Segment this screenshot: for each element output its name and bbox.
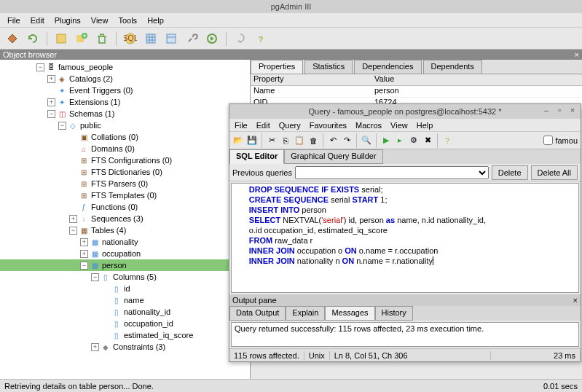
qmenu-edit[interactable]: Edit	[253, 120, 274, 130]
main-statusbar: Retrieving details on table person... Do…	[0, 379, 582, 392]
paste-icon[interactable]: 📋	[294, 135, 305, 146]
execute-pgscript-icon[interactable]: ▸	[394, 135, 406, 146]
query-window: Query - famous_people on postgres@localh…	[229, 103, 581, 362]
trigger-icon	[57, 85, 67, 95]
delete-all-button[interactable]: Delete All	[531, 165, 578, 180]
tab-dependencies[interactable]: Dependencies	[354, 60, 421, 74]
sql-icon[interactable]: SQL	[122, 31, 138, 47]
cancel-icon[interactable]: ✖	[422, 135, 433, 146]
delete-button[interactable]: Delete	[492, 165, 528, 180]
qmenu-macros[interactable]: Macros	[352, 120, 385, 130]
tree-table-occupation[interactable]: +occupation	[0, 248, 250, 259]
new-connection-icon[interactable]	[4, 31, 20, 47]
prev-queries-select[interactable]	[295, 166, 489, 179]
tree-domains[interactable]: Domains (0)	[0, 143, 250, 154]
tree-col-occupation-id[interactable]: occupation_id	[0, 318, 250, 329]
copy-icon[interactable]: ⎘	[280, 135, 291, 146]
tab-sql-editor[interactable]: SQL Editor	[229, 149, 284, 164]
drop-icon[interactable]	[94, 31, 110, 47]
filter-icon[interactable]	[163, 31, 179, 47]
tree-database[interactable]: −famous_people	[0, 61, 250, 73]
tree-schemas[interactable]: −Schemas (1)	[0, 108, 250, 119]
query-titlebar[interactable]: Query - famous_people on postgres@localh…	[229, 104, 581, 119]
query-editor-tabs: SQL Editor Graphical Query Builder	[229, 149, 581, 164]
db-selector[interactable]: famou	[555, 136, 578, 145]
tree-functions[interactable]: Functions (0)	[0, 201, 250, 213]
tree-sequences[interactable]: +Sequences (3)	[0, 213, 250, 224]
table-icon	[90, 237, 100, 247]
help-icon[interactable]: ?	[253, 31, 269, 47]
tree-col-id[interactable]: id	[0, 283, 250, 294]
menu-file[interactable]: File	[3, 15, 25, 26]
app-titlebar: pgAdmin III	[0, 0, 582, 13]
tab-data-output[interactable]: Data Output	[229, 306, 286, 321]
redo-icon[interactable]: ↷	[341, 135, 353, 146]
tree-tables[interactable]: −Tables (4)	[0, 224, 250, 236]
execute-query-icon[interactable]: ▶	[380, 135, 392, 146]
tree-public-schema[interactable]: −public	[0, 119, 250, 131]
tree-table-nationality[interactable]: +nationality	[0, 236, 250, 248]
app-title: pgAdmin III	[271, 2, 312, 11]
qmenu-query[interactable]: Query	[275, 120, 304, 130]
column-icon	[111, 307, 122, 317]
menu-help[interactable]: Help	[143, 15, 168, 26]
tree-constraints[interactable]: +Constraints (3)	[0, 341, 250, 353]
tab-properties[interactable]: Properties	[251, 60, 303, 74]
tree-fts-parsers[interactable]: FTS Parsers (0)	[0, 178, 250, 189]
tree-event-triggers[interactable]: Event Triggers (0)	[0, 85, 250, 96]
help-icon[interactable]: ?	[441, 135, 453, 146]
tab-history[interactable]: History	[375, 306, 413, 321]
close-icon[interactable]: ×	[573, 296, 578, 305]
cut-icon[interactable]: ✂	[266, 135, 278, 146]
column-icon	[111, 318, 122, 329]
menu-plugins[interactable]: Plugins	[50, 15, 85, 26]
close-icon[interactable]: ×	[567, 106, 578, 116]
qmenu-favourites[interactable]: Favourites	[306, 120, 350, 130]
create-icon[interactable]	[74, 31, 90, 47]
properties-icon[interactable]	[53, 31, 69, 47]
view-data-icon[interactable]	[143, 31, 159, 47]
tab-messages[interactable]: Messages	[325, 306, 374, 321]
refresh-icon[interactable]	[25, 31, 41, 47]
prev-queries-label: Previous queries	[232, 168, 292, 177]
save-icon[interactable]: 💾	[246, 135, 258, 146]
tree-catalogs[interactable]: +Catalogs (2)	[0, 73, 250, 85]
tab-dependents[interactable]: Dependents	[423, 60, 482, 74]
tab-graphical-builder[interactable]: Graphical Query Builder	[284, 149, 382, 164]
maintenance-icon[interactable]	[184, 31, 200, 47]
tree-columns[interactable]: −Columns (5)	[0, 271, 250, 283]
tree-col-iq[interactable]: estimated_iq_score	[0, 329, 250, 341]
tree-extensions[interactable]: +Extensions (1)	[0, 96, 250, 108]
tab-explain[interactable]: Explain	[286, 306, 325, 321]
tree-collations[interactable]: Collations (0)	[0, 131, 250, 143]
close-icon[interactable]: ×	[575, 50, 579, 59]
tree-fts-dict[interactable]: FTS Dictionaries (0)	[0, 166, 250, 178]
explain-icon[interactable]: ⚙	[408, 135, 420, 146]
svg-rect-0	[57, 34, 66, 43]
hint-icon[interactable]	[232, 31, 248, 47]
tree-col-name[interactable]: name	[0, 294, 250, 306]
open-icon[interactable]: 📂	[232, 135, 244, 146]
undo-icon[interactable]: ↶	[327, 135, 339, 146]
tree-fts-config[interactable]: FTS Configurations (0)	[0, 154, 250, 166]
tab-statistics[interactable]: Statistics	[304, 60, 353, 74]
tree-col-nationality-id[interactable]: nationality_id	[0, 306, 250, 318]
status-message: Retrieving details on table person... Do…	[4, 382, 154, 391]
menu-edit[interactable]: Edit	[26, 15, 49, 26]
clear-icon[interactable]: 🗑	[307, 135, 319, 146]
status-position: Ln 8, Col 51, Ch 306	[330, 351, 491, 360]
minimize-icon[interactable]: –	[541, 106, 551, 116]
menu-view[interactable]: View	[87, 15, 113, 26]
tables-icon	[79, 225, 89, 235]
db-checkbox[interactable]	[543, 136, 553, 145]
qmenu-view[interactable]: View	[387, 120, 412, 130]
qmenu-file[interactable]: File	[231, 120, 251, 130]
tree-table-person[interactable]: −person	[0, 259, 250, 271]
menu-tools[interactable]: Tools	[114, 15, 141, 26]
find-icon[interactable]: 🔍	[361, 135, 372, 146]
qmenu-help[interactable]: Help	[413, 120, 437, 130]
sql-editor[interactable]: DROP SEQUENCE IF EXISTS serial; CREATE S…	[231, 183, 579, 293]
tree-fts-templates[interactable]: FTS Templates (0)	[0, 189, 250, 201]
execute-icon[interactable]	[204, 31, 220, 47]
maximize-icon[interactable]: ▫	[554, 106, 565, 116]
